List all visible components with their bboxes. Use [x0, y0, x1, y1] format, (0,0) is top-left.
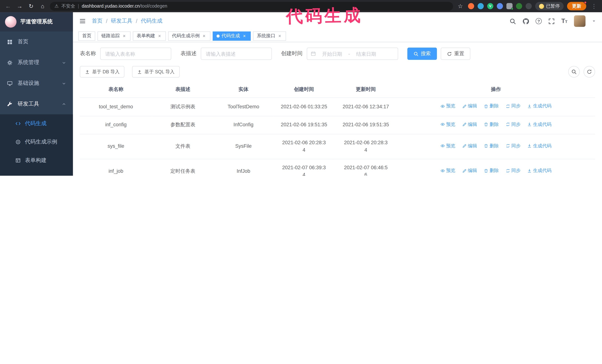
- edit-link[interactable]: 编辑: [462, 103, 477, 109]
- close-icon[interactable]: ×: [157, 33, 162, 39]
- sidebar-menu: 首页 系统管理 基础设施 研发工具: [0, 31, 73, 176]
- sidebar-item-system-management[interactable]: 系统管理: [0, 52, 73, 73]
- url-divider: |: [78, 3, 79, 9]
- edit-link[interactable]: 编辑: [462, 167, 477, 174]
- bookmark-star-icon[interactable]: ☆: [456, 0, 464, 12]
- tab-codegen-example[interactable]: 代码生成示例 ×: [168, 31, 210, 41]
- update-dot: [584, 1, 587, 4]
- sync-link[interactable]: 同步: [505, 103, 520, 109]
- reset-button[interactable]: 重置: [441, 48, 470, 60]
- tab-system-api[interactable]: 系统接口 ×: [253, 31, 286, 41]
- sidebar-item-codegen[interactable]: 代码生成: [0, 114, 73, 133]
- forward-icon[interactable]: →: [15, 0, 24, 12]
- sync-label: 同步: [511, 167, 520, 174]
- import-sql-button[interactable]: 基于 SQL 导入: [132, 66, 180, 78]
- delete-link[interactable]: 删除: [484, 167, 499, 174]
- preview-link[interactable]: 预览: [440, 167, 455, 174]
- search-button[interactable]: 搜索: [407, 48, 437, 60]
- preview-link[interactable]: 预览: [440, 103, 455, 109]
- trash-icon: [484, 168, 488, 173]
- extension-icon[interactable]: [516, 3, 522, 9]
- tab-label: 代码生成: [222, 32, 240, 39]
- search-icon[interactable]: [510, 18, 516, 24]
- wrench-icon: [7, 101, 13, 107]
- fullscreen-icon[interactable]: [548, 18, 555, 24]
- url-bar[interactable]: ⚠ 不安全 | dashboard.yudao.iocoder.cn/tool/…: [50, 2, 453, 10]
- edit-label: 编辑: [468, 167, 477, 174]
- paused-badge[interactable]: 已暂停: [535, 2, 563, 10]
- close-icon[interactable]: ×: [202, 33, 206, 39]
- edit-label: 编辑: [468, 103, 477, 109]
- font-size-icon[interactable]: TT: [561, 18, 568, 24]
- sidebar-item-codegen-example[interactable]: 代码生成示例: [0, 133, 73, 151]
- sidebar-item-form-builder[interactable]: 表单构建: [0, 151, 73, 170]
- table-name-input[interactable]: [100, 48, 171, 60]
- end-date-input[interactable]: [352, 51, 380, 57]
- sidebar-item-system-api[interactable]: 系统接口: [0, 170, 73, 176]
- sync-link[interactable]: 同步: [505, 167, 520, 174]
- sidebar-toggle-icon[interactable]: [79, 18, 86, 24]
- sidebar-item-label: 系统接口: [25, 175, 46, 176]
- sidebar-item-dev-tools[interactable]: 研发工具: [0, 94, 73, 114]
- sidebar-item-label: 系统管理: [18, 59, 39, 66]
- cell-actions: 预览 编辑 删除 同步 生成代码: [397, 116, 595, 134]
- close-icon[interactable]: ×: [242, 33, 247, 39]
- edit-link[interactable]: 编辑: [462, 121, 477, 128]
- toggle-search-button[interactable]: [568, 66, 580, 78]
- start-date-input[interactable]: [318, 51, 346, 57]
- back-icon[interactable]: ←: [4, 0, 12, 12]
- update-button-label: 更新: [572, 3, 581, 10]
- refresh-table-button[interactable]: [584, 66, 595, 78]
- generate-code-link[interactable]: 生成代码: [527, 167, 552, 174]
- user-avatar[interactable]: [574, 15, 586, 27]
- sidebar-item-home[interactable]: 首页: [0, 31, 73, 52]
- sync-link[interactable]: 同步: [505, 143, 520, 149]
- breadcrumb-dev-tools[interactable]: 研发工具: [111, 18, 132, 24]
- generate-code-link[interactable]: 生成代码: [527, 103, 552, 109]
- extension-icon[interactable]: [468, 3, 474, 9]
- generate-code-link[interactable]: 生成代码: [527, 143, 552, 149]
- close-icon[interactable]: ×: [277, 33, 282, 39]
- tab-codegen[interactable]: 代码生成 ×: [213, 31, 251, 41]
- close-icon[interactable]: ×: [122, 33, 127, 39]
- preview-link[interactable]: 预览: [440, 121, 455, 128]
- tab-home[interactable]: 首页: [78, 31, 95, 41]
- download-icon: [527, 104, 532, 108]
- table-desc-label: 表描述: [180, 50, 196, 57]
- sync-link[interactable]: 同步: [505, 121, 520, 128]
- delete-link[interactable]: 删除: [484, 121, 499, 128]
- help-icon[interactable]: ?: [536, 18, 542, 24]
- github-icon[interactable]: [523, 18, 529, 24]
- extension-icon[interactable]: [497, 3, 503, 9]
- extension-icon[interactable]: [478, 3, 484, 9]
- cell-entity: InfJob: [214, 159, 273, 176]
- topbar-actions: ? TT: [510, 15, 596, 27]
- search-button-label: 搜索: [421, 50, 431, 57]
- delete-link[interactable]: 删除: [484, 103, 499, 109]
- reset-button-label: 重置: [454, 50, 464, 57]
- tab-form-builder[interactable]: 表单构建 ×: [133, 31, 166, 41]
- form-icon: [15, 158, 21, 163]
- dashboard-icon: [7, 39, 13, 45]
- menu-kebab-icon[interactable]: ⋮: [590, 0, 598, 12]
- tab-trace[interactable]: 链路追踪 ×: [97, 31, 130, 41]
- update-button[interactable]: 更新: [567, 2, 586, 10]
- delete-link[interactable]: 删除: [484, 143, 499, 149]
- col-table-desc: 表描述: [152, 81, 214, 98]
- sidebar-item-infrastructure[interactable]: 基础设施: [0, 73, 73, 94]
- sync-label: 同步: [511, 121, 520, 128]
- generate-code-link[interactable]: 生成代码: [527, 121, 552, 128]
- preview-link[interactable]: 预览: [440, 143, 455, 149]
- edit-link[interactable]: 编辑: [462, 143, 477, 149]
- extension-icon[interactable]: V: [487, 3, 493, 9]
- caret-down-icon[interactable]: [592, 19, 596, 23]
- search-form: 表名称 表描述 创建时间 -: [80, 48, 595, 60]
- reload-icon[interactable]: ↻: [27, 0, 35, 12]
- date-range-picker[interactable]: -: [307, 48, 398, 60]
- extension-icon[interactable]: [526, 3, 532, 9]
- table-desc-input[interactable]: [201, 48, 272, 60]
- home-icon[interactable]: ⌂: [38, 0, 47, 12]
- extension-icon[interactable]: [506, 3, 513, 9]
- breadcrumb-home[interactable]: 首页: [92, 18, 102, 24]
- import-db-button[interactable]: 基于 DB 导入: [80, 66, 124, 78]
